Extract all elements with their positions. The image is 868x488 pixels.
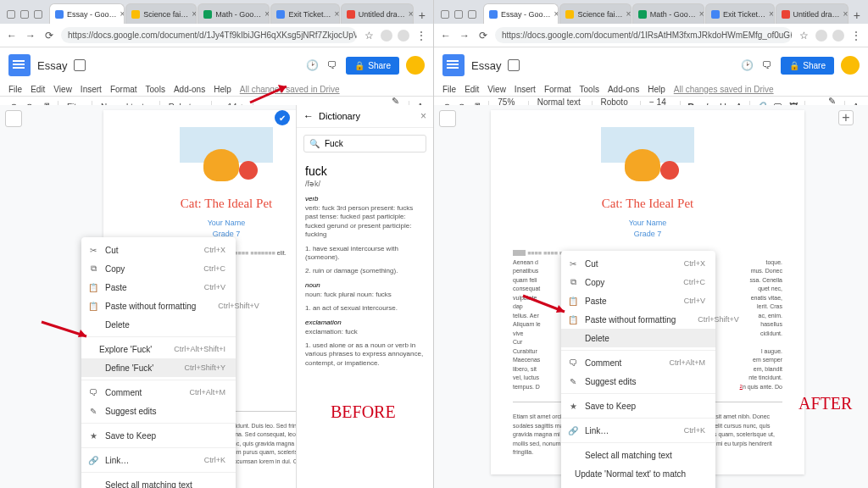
docs-logo-icon[interactable] [8, 54, 31, 76]
ctx-item[interactable]: 🔗Link…Ctrl+K [561, 421, 715, 440]
menu-help[interactable]: Help [214, 85, 231, 94]
docs-header: Essay 🕑 🗨 🔒Share [0, 47, 433, 83]
ctx-icon [568, 333, 578, 343]
profile-icon[interactable] [398, 30, 409, 42]
star-icon[interactable]: ☆ [362, 29, 376, 42]
back-icon[interactable]: ← [5, 29, 19, 42]
add-comment-icon[interactable]: + [838, 110, 854, 125]
close-panel-icon[interactable]: × [420, 110, 426, 122]
close-window-icon[interactable] [34, 10, 42, 19]
forward-icon[interactable]: → [24, 29, 37, 42]
tab-math[interactable]: Math - Goo…× [198, 3, 270, 24]
ctx-icon: 🗨 [88, 387, 98, 397]
ext-icon[interactable] [381, 30, 392, 42]
back-arrow-icon[interactable]: ← [303, 110, 314, 122]
ctx-icon: 🔗 [568, 425, 578, 435]
tab-essay[interactable]: Essay - Goo…× [49, 3, 125, 24]
minimize-icon[interactable] [7, 10, 15, 19]
menu-tools[interactable]: Tools [146, 85, 165, 94]
cat-illustration [180, 127, 273, 186]
new-tab-button[interactable]: + [415, 7, 430, 24]
ctx-item[interactable]: 🗨CommentCtrl+Alt+M [561, 353, 715, 372]
explore-icon[interactable]: ✔ [275, 110, 290, 125]
ctx-icon [88, 319, 98, 330]
avatar[interactable] [406, 56, 425, 75]
menu-edit[interactable]: Edit [31, 85, 45, 94]
forward-icon[interactable]: → [458, 29, 471, 42]
docs-logo-icon[interactable] [442, 54, 465, 76]
outline-icon[interactable] [5, 110, 22, 127]
menu-insert[interactable]: Insert [81, 85, 102, 94]
share-button[interactable]: 🔒Share [346, 57, 399, 75]
ctx-item[interactable]: ✂CutCtrl+X [81, 241, 236, 259]
doc-title[interactable]: Essay [37, 59, 67, 72]
ctx-item[interactable]: 📋PasteCtrl+V [81, 278, 236, 297]
menu-icon[interactable]: ⋮ [415, 29, 428, 42]
ctx-item[interactable]: ★Save to Keep [561, 396, 715, 415]
ctx-icon: 📋 [88, 301, 98, 311]
dict-search-input[interactable]: 🔍Fuck [303, 135, 426, 152]
context-menu: ✂CutCtrl+X⧉CopyCtrl+C📋PasteCtrl+V📋Paste … [81, 237, 236, 488]
search-icon: 🔍 [309, 139, 320, 148]
menu-format[interactable]: Format [110, 85, 137, 94]
reload-icon[interactable]: ⟳ [476, 29, 490, 42]
folder-icon[interactable] [74, 59, 86, 71]
ctx-item[interactable]: Update 'Normal text' to match [561, 464, 715, 483]
ctx-item[interactable]: Delete [81, 315, 236, 334]
address-bar: ← → ⟳ https://docs.google.com/document/d… [0, 24, 433, 47]
ctx-item[interactable]: 🗨CommentCtrl+Alt+M [81, 383, 236, 402]
ctx-item[interactable]: ★Save to Keep [81, 426, 236, 445]
back-icon[interactable]: ← [439, 29, 453, 42]
url-field[interactable]: https://docs.google.com/document/d/1IRsA… [495, 27, 792, 43]
tab-essay[interactable]: Essay - Goo…× [483, 3, 559, 24]
panel-title: Dictionary [319, 111, 415, 121]
ctx-item[interactable]: ⧉CopyCtrl+C [81, 259, 236, 278]
ctx-icon: 📋 [88, 282, 98, 292]
ctx-icon: ⧉ [88, 263, 98, 274]
ctx-icon [88, 363, 98, 373]
close-tab-icon[interactable]: × [120, 9, 125, 19]
share-button[interactable]: 🔒Share [781, 57, 834, 75]
ctx-item[interactable]: ⧉CopyCtrl+C [561, 273, 715, 291]
ctx-item[interactable]: Define 'Fuck'Ctrl+Shift+Y [81, 358, 236, 377]
reload-icon[interactable]: ⟳ [42, 29, 56, 42]
outline-icon[interactable] [439, 110, 456, 127]
new-tab-button[interactable]: + [849, 7, 865, 24]
ctx-icon: 📋 [568, 314, 578, 324]
ctx-icon: ★ [88, 430, 98, 441]
docs-favicon-icon [55, 10, 64, 19]
ctx-item[interactable]: ✎Suggest edits [561, 372, 715, 391]
sheets-favicon-icon [203, 10, 212, 19]
ctx-icon: ✂ [568, 258, 578, 269]
menu-view[interactable]: View [53, 85, 72, 94]
ctx-item[interactable]: ✎Suggest edits [81, 402, 236, 420]
window-buttons [3, 10, 49, 24]
menu-bar: File Edit View Insert Format Tools Add-o… [0, 83, 433, 96]
tab-exit[interactable]: Exit Ticket…× [270, 3, 339, 24]
ctx-item[interactable]: 📋Paste without formattingCtrl+Shift+V [81, 297, 236, 315]
ctx-item[interactable]: 📋PasteCtrl+V [561, 291, 715, 310]
menu-addons[interactable]: Add-ons [174, 85, 205, 94]
ctx-item[interactable]: 🔗Link…Ctrl+K [81, 451, 236, 469]
ctx-item[interactable]: ✂CutCtrl+X [561, 254, 715, 273]
ctx-item[interactable]: 📋Paste without formattingCtrl+Shift+V [561, 310, 715, 329]
comment-icon[interactable]: 🗨 [326, 58, 339, 72]
ctx-icon: ✎ [568, 376, 578, 386]
ctx-icon: 📋 [568, 296, 578, 306]
ctx-item[interactable]: ⌫Clear formattingCtrl+\ [561, 483, 715, 488]
maximize-icon[interactable] [20, 10, 29, 19]
history-icon[interactable]: 🕑 [305, 58, 319, 72]
ctx-item[interactable]: Delete [561, 329, 715, 347]
tab-science[interactable]: Science fai…× [125, 3, 197, 24]
ctx-icon: 🗨 [568, 358, 578, 368]
context-menu: ✂CutCtrl+X⧉CopyCtrl+C📋PasteCtrl+V📋Paste … [561, 251, 715, 488]
slides-favicon-icon [131, 10, 140, 19]
menu-file[interactable]: File [8, 85, 22, 94]
dict-pronunciation: /fək/ [305, 180, 425, 188]
tab-untitled[interactable]: Untitled dra…× [341, 3, 414, 24]
ctx-item[interactable]: Explore 'Fuck'Ctrl+Alt+Shift+I [81, 340, 236, 358]
ctx-item[interactable]: Select all matching text [561, 446, 715, 464]
ctx-icon: ✎ [88, 406, 98, 416]
ctx-item[interactable]: Select all matching text [81, 475, 236, 488]
url-field[interactable]: https://docs.google.com/document/d/1Jy4T… [61, 27, 357, 43]
